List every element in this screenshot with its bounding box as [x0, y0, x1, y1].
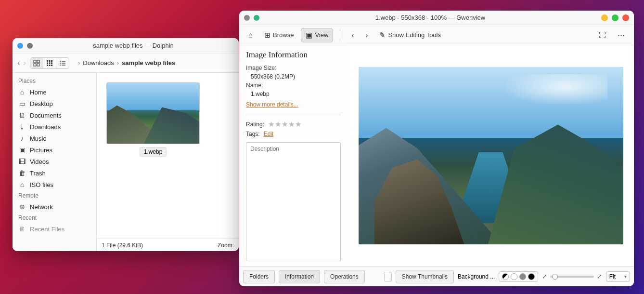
zoom-track[interactable] [550, 276, 593, 278]
network-icon: ⊕ [18, 203, 26, 211]
sidebar-item-label: Videos [30, 158, 49, 165]
sidebar-item-label: Pictures [30, 147, 52, 154]
view-button[interactable]: ▣View [301, 28, 333, 42]
dolphin-titlebar: sample webp files — Dolphin [13, 38, 239, 53]
sidebar-item-label: Home [30, 89, 47, 96]
music-icon: ♪ [18, 134, 26, 142]
sidebar-item-recent-files[interactable]: 🗎Recent Files [13, 223, 96, 235]
titlebar-dot-green[interactable] [254, 15, 259, 21]
sidebar-item-label: Music [30, 135, 46, 142]
svg-rect-7 [47, 62, 48, 64]
sidebar-item-network[interactable]: ⊕Network [13, 201, 96, 213]
breadcrumb-sep: › [78, 59, 80, 67]
menu-button[interactable]: ⋯ [613, 28, 629, 42]
svg-rect-11 [49, 65, 51, 66]
tags-edit-link[interactable]: Edit [264, 131, 274, 137]
svg-point-17 [60, 65, 61, 66]
gwenview-bottom-bar: Folders Information Operations Show Thum… [239, 266, 634, 286]
fullscreen-button[interactable]: ⛶ [594, 28, 610, 41]
video-icon: 🎞 [18, 158, 26, 165]
sidebar-item-pictures[interactable]: ▣Pictures [13, 144, 96, 156]
zoom-knob[interactable] [552, 274, 558, 280]
tab-operations[interactable]: Operations [324, 270, 365, 283]
svg-rect-14 [62, 61, 65, 61]
view-list-button[interactable] [56, 58, 69, 68]
recent-section-label: Recent [13, 213, 96, 223]
sidebar-item-label: ISO files [30, 181, 53, 188]
window-dot-blue[interactable] [17, 43, 23, 49]
prev-button[interactable]: ‹ [347, 28, 358, 41]
places-sidebar: Places ⌂Home ▭Desktop 🗎Documents ⭳Downlo… [13, 73, 97, 251]
background-color-picker[interactable] [499, 271, 538, 282]
view-icons-small-button[interactable] [43, 58, 56, 68]
info-heading: Image Information [246, 50, 341, 60]
svg-rect-10 [47, 65, 48, 66]
window-controls [17, 43, 33, 49]
grid-icon: ⊞ [264, 31, 270, 40]
titlebar-left-dots [244, 15, 259, 21]
chevron-right-icon: › [365, 31, 368, 39]
show-thumbnails-button[interactable]: Show Thumbnails [396, 270, 454, 283]
sidebar-item-label: Network [30, 203, 53, 211]
forward-button[interactable]: › [23, 58, 26, 68]
toolbar-separator [340, 29, 340, 41]
description-input[interactable] [246, 142, 341, 261]
document-icon: 🗎 [18, 111, 26, 119]
fit-dropdown[interactable]: Fit▾ [606, 271, 630, 282]
sidebar-item-home[interactable]: ⌂Home [13, 86, 96, 98]
sidebar-item-iso[interactable]: ⌂ISO files [13, 179, 96, 190]
sidebar-item-videos[interactable]: 🎞Videos [13, 156, 96, 167]
show-more-details-link[interactable]: Show more details... [246, 101, 341, 108]
close-button[interactable] [622, 14, 629, 21]
sidebar-item-documents[interactable]: 🗎Documents [13, 109, 96, 121]
browse-button[interactable]: ⊞Browse [260, 28, 298, 42]
image-size-value: 550x368 (0.2MP) [246, 73, 341, 80]
sidebar-item-music[interactable]: ♪Music [13, 133, 96, 144]
sidebar-item-trash[interactable]: 🗑Trash [13, 167, 96, 179]
titlebar-dot-grey[interactable] [244, 15, 250, 21]
image-icon: ▣ [306, 31, 312, 40]
image-viewer[interactable] [348, 45, 634, 266]
maximize-button[interactable] [612, 14, 618, 21]
image-size-label: Image Size: [246, 65, 341, 71]
rating-stars[interactable]: ★★★★★ [268, 120, 302, 129]
window-dot-grey[interactable] [27, 43, 33, 49]
tab-folders[interactable]: Folders [243, 270, 275, 283]
sidebar-item-desktop[interactable]: ▭Desktop [13, 98, 96, 109]
home-button[interactable]: ⌂ [244, 28, 257, 41]
bg-color-black[interactable] [528, 273, 535, 280]
next-button[interactable]: › [361, 28, 372, 41]
dolphin-statusbar: 1 File (29.6 KiB) Zoom: [97, 239, 239, 251]
bg-color-auto[interactable] [502, 273, 509, 280]
sidebar-item-label: Recent Files [30, 226, 64, 233]
minimize-button[interactable] [601, 14, 608, 21]
image-name-value: 1.webp [246, 91, 341, 97]
show-editing-label: Show Editing Tools [388, 31, 441, 39]
dolphin-toolbar: ‹ › › Downloads › sample webp files [13, 53, 239, 73]
view-icons-large-button[interactable] [30, 58, 43, 68]
zoom-slider[interactable]: ⤢ ⤢ [542, 273, 602, 280]
breadcrumb-downloads[interactable]: Downloads [83, 59, 114, 67]
bg-color-grey[interactable] [519, 273, 526, 280]
breadcrumb-sep: › [117, 59, 119, 67]
svg-rect-9 [51, 62, 52, 64]
window-controls [601, 14, 629, 21]
show-editing-button[interactable]: ✎Show Editing Tools [375, 28, 445, 42]
sidebar-item-downloads[interactable]: ⭳Downloads [13, 121, 96, 133]
places-section-label: Places [13, 76, 96, 86]
tab-information[interactable]: Information [279, 270, 320, 283]
file-thumbnail [106, 82, 200, 144]
svg-rect-5 [49, 60, 51, 62]
dolphin-window: sample webp files — Dolphin ‹ › › Downlo… [13, 38, 239, 251]
tags-label: Tags: [246, 131, 260, 137]
gwenview-title: 1.webp - 550x368 - 100% — Gwenview [259, 14, 601, 21]
pencil-icon: ✎ [379, 31, 386, 40]
breadcrumb-current[interactable]: sample webp files [122, 59, 175, 67]
zoom-out-icon[interactable]: ⤢ [542, 273, 547, 280]
thumbnail-toggle-icon[interactable] [384, 272, 392, 281]
background-label: Background ... [458, 273, 495, 280]
back-button[interactable]: ‹ [17, 58, 20, 68]
bg-color-white[interactable] [511, 273, 517, 280]
file-item[interactable]: 1.webp [106, 82, 200, 157]
zoom-in-icon[interactable]: ⤢ [597, 273, 602, 280]
